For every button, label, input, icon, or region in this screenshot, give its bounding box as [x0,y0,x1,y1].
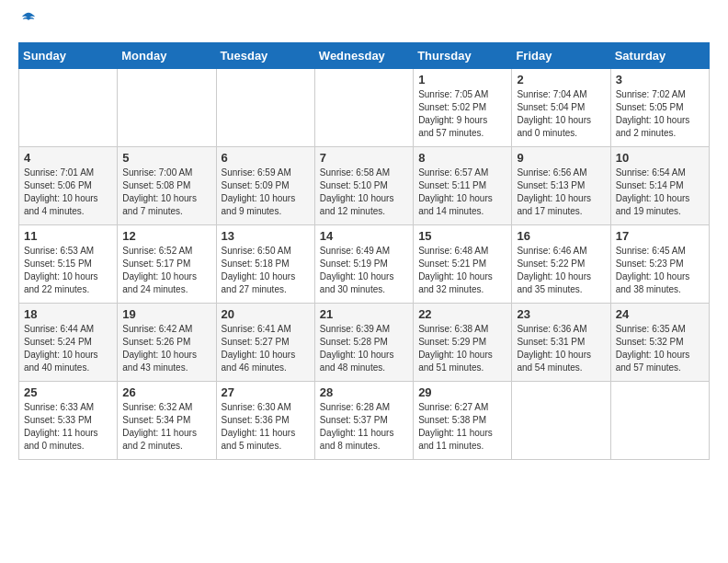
calendar-cell: 5Sunrise: 7:00 AM Sunset: 5:08 PM Daylig… [118,147,216,225]
day-info: Sunrise: 6:38 AM Sunset: 5:29 PM Dayligh… [418,323,506,374]
day-info: Sunrise: 6:57 AM Sunset: 5:11 PM Dayligh… [418,167,506,218]
day-number: 26 [122,385,210,399]
weekday-header-monday: Monday [118,43,216,69]
day-info: Sunrise: 7:02 AM Sunset: 5:05 PM Dayligh… [616,88,704,140]
calendar-cell: 21Sunrise: 6:39 AM Sunset: 5:28 PM Dayli… [314,304,413,382]
calendar-cell: 18Sunrise: 6:44 AM Sunset: 5:24 PM Dayli… [19,304,118,382]
day-number: 19 [122,307,210,321]
calendar-cell: 27Sunrise: 6:30 AM Sunset: 5:36 PM Dayli… [216,382,314,460]
weekday-header-tuesday: Tuesday [216,43,314,69]
day-number: 28 [320,385,408,399]
logo-bird-icon [20,11,37,28]
calendar-table: SundayMondayTuesdayWednesdayThursdayFrid… [18,42,710,460]
calendar-week-row: 11Sunrise: 6:53 AM Sunset: 5:15 PM Dayli… [19,225,710,304]
day-info: Sunrise: 6:44 AM Sunset: 5:24 PM Dayligh… [24,323,112,374]
day-info: Sunrise: 6:35 AM Sunset: 5:32 PM Dayligh… [616,323,704,374]
weekday-header-sunday: Sunday [19,43,118,69]
day-number: 29 [418,385,506,399]
logo [18,18,37,28]
day-info: Sunrise: 6:33 AM Sunset: 5:33 PM Dayligh… [24,401,112,453]
calendar-cell: 9Sunrise: 6:56 AM Sunset: 5:13 PM Daylig… [512,147,610,225]
day-number: 15 [418,229,506,243]
calendar-cell: 19Sunrise: 6:42 AM Sunset: 5:26 PM Dayli… [118,304,216,382]
day-info: Sunrise: 6:32 AM Sunset: 5:34 PM Dayligh… [122,401,210,453]
day-number: 20 [222,307,310,321]
calendar-cell: 23Sunrise: 6:36 AM Sunset: 5:31 PM Dayli… [512,304,610,382]
day-info: Sunrise: 7:01 AM Sunset: 5:06 PM Dayligh… [24,167,112,218]
calendar-cell: 13Sunrise: 6:50 AM Sunset: 5:18 PM Dayli… [216,225,314,304]
calendar-cell: 11Sunrise: 6:53 AM Sunset: 5:15 PM Dayli… [19,225,118,304]
calendar-cell: 28Sunrise: 6:28 AM Sunset: 5:37 PM Dayli… [314,382,413,460]
day-info: Sunrise: 6:41 AM Sunset: 5:27 PM Dayligh… [222,323,310,374]
day-info: Sunrise: 6:49 AM Sunset: 5:19 PM Dayligh… [320,245,408,296]
calendar-week-row: 4Sunrise: 7:01 AM Sunset: 5:06 PM Daylig… [19,147,710,225]
calendar-cell: 29Sunrise: 6:27 AM Sunset: 5:38 PM Dayli… [414,382,512,460]
weekday-header-friday: Friday [512,43,610,69]
calendar-cell: 20Sunrise: 6:41 AM Sunset: 5:27 PM Dayli… [216,304,314,382]
day-info: Sunrise: 6:48 AM Sunset: 5:21 PM Dayligh… [418,245,506,296]
calendar-cell [610,382,709,460]
calendar-cell: 7Sunrise: 6:58 AM Sunset: 5:10 PM Daylig… [314,147,413,225]
day-info: Sunrise: 6:59 AM Sunset: 5:09 PM Dayligh… [222,167,310,218]
day-number: 4 [24,151,112,165]
day-number: 22 [418,307,506,321]
calendar-week-row: 25Sunrise: 6:33 AM Sunset: 5:33 PM Dayli… [19,382,710,460]
day-info: Sunrise: 6:30 AM Sunset: 5:36 PM Dayligh… [222,401,310,453]
calendar-cell: 2Sunrise: 7:04 AM Sunset: 5:04 PM Daylig… [512,69,610,147]
day-number: 17 [616,229,704,243]
day-number: 6 [222,151,310,165]
calendar-cell: 22Sunrise: 6:38 AM Sunset: 5:29 PM Dayli… [414,304,512,382]
day-number: 27 [222,385,310,399]
calendar-cell: 6Sunrise: 6:59 AM Sunset: 5:09 PM Daylig… [216,147,314,225]
calendar-cell: 24Sunrise: 6:35 AM Sunset: 5:32 PM Dayli… [610,304,709,382]
weekday-header-wednesday: Wednesday [314,43,413,69]
day-info: Sunrise: 6:27 AM Sunset: 5:38 PM Dayligh… [418,401,506,453]
calendar-cell [314,69,413,147]
day-info: Sunrise: 6:42 AM Sunset: 5:26 PM Dayligh… [122,323,210,374]
calendar-cell: 1Sunrise: 7:05 AM Sunset: 5:02 PM Daylig… [414,69,512,147]
day-number: 13 [222,229,310,243]
day-info: Sunrise: 6:28 AM Sunset: 5:37 PM Dayligh… [320,401,408,453]
day-info: Sunrise: 6:36 AM Sunset: 5:31 PM Dayligh… [517,323,605,374]
calendar-cell [19,69,118,147]
day-number: 2 [517,73,605,86]
day-number: 10 [616,151,704,165]
calendar-cell: 8Sunrise: 6:57 AM Sunset: 5:11 PM Daylig… [414,147,512,225]
day-number: 21 [320,307,408,321]
weekday-header-saturday: Saturday [610,43,709,69]
day-number: 24 [616,307,704,321]
calendar-cell: 10Sunrise: 6:54 AM Sunset: 5:14 PM Dayli… [610,147,709,225]
day-info: Sunrise: 6:45 AM Sunset: 5:23 PM Dayligh… [616,245,704,296]
day-number: 25 [24,385,112,399]
day-number: 7 [320,151,408,165]
day-info: Sunrise: 6:52 AM Sunset: 5:17 PM Dayligh… [122,245,210,296]
calendar-cell [118,69,216,147]
day-number: 8 [418,151,506,165]
calendar-cell: 26Sunrise: 6:32 AM Sunset: 5:34 PM Dayli… [118,382,216,460]
day-number: 11 [24,229,112,243]
calendar-cell: 14Sunrise: 6:49 AM Sunset: 5:19 PM Dayli… [314,225,413,304]
day-number: 14 [320,229,408,243]
day-number: 5 [122,151,210,165]
calendar-week-row: 1Sunrise: 7:05 AM Sunset: 5:02 PM Daylig… [19,69,710,147]
weekday-header-row: SundayMondayTuesdayWednesdayThursdayFrid… [19,43,710,69]
day-number: 1 [418,73,506,86]
day-info: Sunrise: 7:05 AM Sunset: 5:02 PM Dayligh… [418,88,506,140]
day-number: 16 [517,229,605,243]
weekday-header-thursday: Thursday [414,43,512,69]
day-number: 3 [616,73,704,86]
day-info: Sunrise: 6:46 AM Sunset: 5:22 PM Dayligh… [517,245,605,296]
day-info: Sunrise: 6:54 AM Sunset: 5:14 PM Dayligh… [616,167,704,218]
page-header [18,18,710,28]
calendar-cell: 12Sunrise: 6:52 AM Sunset: 5:17 PM Dayli… [118,225,216,304]
day-info: Sunrise: 6:58 AM Sunset: 5:10 PM Dayligh… [320,167,408,218]
day-number: 12 [122,229,210,243]
calendar-week-row: 18Sunrise: 6:44 AM Sunset: 5:24 PM Dayli… [19,304,710,382]
calendar-cell: 17Sunrise: 6:45 AM Sunset: 5:23 PM Dayli… [610,225,709,304]
day-info: Sunrise: 6:53 AM Sunset: 5:15 PM Dayligh… [24,245,112,296]
calendar-cell: 25Sunrise: 6:33 AM Sunset: 5:33 PM Dayli… [19,382,118,460]
calendar-cell: 4Sunrise: 7:01 AM Sunset: 5:06 PM Daylig… [19,147,118,225]
day-number: 23 [517,307,605,321]
calendar-cell [216,69,314,147]
day-number: 18 [24,307,112,321]
